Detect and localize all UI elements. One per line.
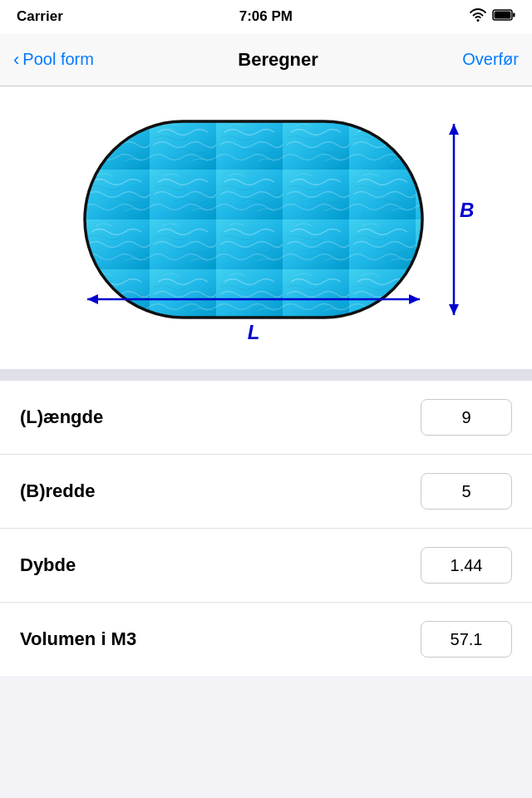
dybde-input[interactable] xyxy=(421,547,512,584)
laengde-label: (L)ængde xyxy=(20,406,103,428)
svg-rect-2 xyxy=(494,12,510,19)
bredde-label: (B)redde xyxy=(20,480,95,502)
pool-diagram-area: L B xyxy=(0,86,532,369)
dybde-label: Dybde xyxy=(20,554,76,576)
back-label: Pool form xyxy=(22,50,94,69)
volumen-row: Volumen i M3 xyxy=(0,603,532,676)
volumen-input[interactable] xyxy=(421,621,512,658)
volumen-label: Volumen i M3 xyxy=(20,628,136,650)
carrier-label: Carrier xyxy=(17,8,63,25)
svg-marker-9 xyxy=(409,294,420,304)
overfør-button[interactable]: Overfør xyxy=(462,50,519,69)
l-label: L xyxy=(248,321,260,343)
svg-marker-11 xyxy=(449,124,459,135)
status-bar: Carrier 7:06 PM xyxy=(0,0,532,33)
svg-marker-8 xyxy=(87,294,98,304)
bredde-input[interactable] xyxy=(421,473,512,510)
b-arrow: B xyxy=(441,120,466,319)
laengde-row: (L)ængde xyxy=(0,381,532,455)
l-arrow: L xyxy=(83,291,424,344)
svg-marker-12 xyxy=(449,304,459,315)
svg-rect-1 xyxy=(513,13,515,17)
svg-rect-5 xyxy=(85,121,422,318)
chevron-left-icon: ‹ xyxy=(13,51,19,69)
nav-title: Beregner xyxy=(238,49,318,71)
back-button[interactable]: ‹ Pool form xyxy=(13,50,94,69)
status-right xyxy=(469,8,515,25)
dybde-row: Dybde xyxy=(0,529,532,603)
laengde-input[interactable] xyxy=(421,399,512,436)
time-label: 7:06 PM xyxy=(239,8,293,25)
nav-bar: ‹ Pool form Beregner Overfør xyxy=(0,33,532,86)
b-label: B xyxy=(460,199,474,222)
pool-diagram: L B xyxy=(62,103,470,352)
battery-icon xyxy=(492,8,515,25)
pool-shape-svg xyxy=(83,120,424,319)
form-area: (L)ængde (B)redde Dybde Volumen i M3 xyxy=(0,381,532,676)
bredde-row: (B)redde xyxy=(0,455,532,529)
wifi-icon xyxy=(469,8,487,25)
separator xyxy=(0,369,532,381)
